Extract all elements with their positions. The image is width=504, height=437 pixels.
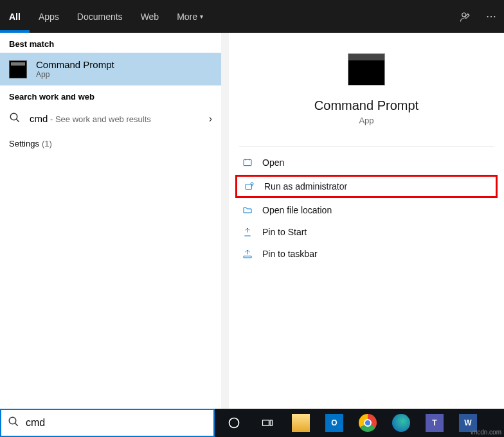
taskbar-teams[interactable]: T xyxy=(420,411,449,434)
tab-all[interactable]: All xyxy=(0,0,30,33)
separator xyxy=(239,146,494,147)
svg-rect-9 xyxy=(263,420,269,425)
svg-point-6 xyxy=(9,417,16,424)
tab-documents[interactable]: Documents xyxy=(68,0,132,33)
taskbar-chrome[interactable] xyxy=(354,411,382,434)
result-command-prompt[interactable]: Command Prompt App xyxy=(0,53,221,85)
preview-pane: Command Prompt App Open Run as administr… xyxy=(229,33,504,409)
pane-divider xyxy=(221,33,229,409)
preview-subtitle: App xyxy=(359,116,374,125)
cmd-icon xyxy=(9,60,27,78)
svg-point-1 xyxy=(10,113,17,120)
search-box[interactable] xyxy=(0,409,215,437)
watermark: vncdn.com xyxy=(471,429,501,436)
pin-taskbar-icon xyxy=(242,248,253,260)
svg-rect-3 xyxy=(244,159,251,165)
settings-category[interactable]: Settings (1) xyxy=(0,132,221,155)
search-tabbar: All Apps Documents Web More▾ ⋯ xyxy=(0,0,504,33)
web-result-cmd[interactable]: cmd - See work and web results › xyxy=(0,105,221,132)
web-query-desc: - See work and web results xyxy=(48,114,150,124)
folder-icon xyxy=(242,204,253,216)
web-query-text: cmd xyxy=(30,113,48,124)
feedback-icon[interactable] xyxy=(453,11,478,22)
search-icon xyxy=(9,112,21,126)
action-pin-to-taskbar[interactable]: Pin to taskbar xyxy=(229,243,504,265)
search-body: Best match Command Prompt App Search wor… xyxy=(0,33,504,409)
svg-line-7 xyxy=(15,423,18,426)
pin-start-icon xyxy=(242,226,253,238)
taskbar-file-explorer[interactable] xyxy=(287,411,315,434)
svg-point-5 xyxy=(251,183,253,185)
search-icon xyxy=(8,416,19,430)
taskbar-outlook[interactable]: O xyxy=(320,411,348,434)
search-input[interactable] xyxy=(26,417,207,429)
chevron-right-icon: › xyxy=(209,113,212,125)
taskbar: O T W xyxy=(215,409,504,437)
admin-icon xyxy=(244,181,255,192)
action-open-file-location[interactable]: Open file location xyxy=(229,199,504,221)
result-subtitle: App xyxy=(36,70,114,79)
cortana-button[interactable] xyxy=(220,411,248,434)
svg-point-8 xyxy=(230,418,239,428)
tab-more[interactable]: More▾ xyxy=(168,0,212,33)
action-pin-to-start[interactable]: Pin to Start xyxy=(229,221,504,243)
preview-title: Command Prompt xyxy=(314,98,419,113)
tab-apps[interactable]: Apps xyxy=(30,0,68,33)
more-options-icon[interactable]: ⋯ xyxy=(478,10,504,22)
best-match-header: Best match xyxy=(0,33,221,53)
results-pane: Best match Command Prompt App Search wor… xyxy=(0,33,221,409)
action-open[interactable]: Open xyxy=(229,152,504,174)
taskbar-edge[interactable] xyxy=(387,411,415,434)
action-run-as-administrator[interactable]: Run as administrator xyxy=(235,175,498,198)
chevron-down-icon: ▾ xyxy=(200,13,203,20)
svg-rect-4 xyxy=(246,184,251,190)
tab-web[interactable]: Web xyxy=(132,0,168,33)
open-icon xyxy=(242,157,253,168)
preview-cmd-icon xyxy=(348,53,385,85)
result-title: Command Prompt xyxy=(36,59,114,70)
svg-line-2 xyxy=(16,119,19,122)
search-web-header: Search work and web xyxy=(0,85,221,105)
task-view-button[interactable] xyxy=(253,411,282,434)
svg-rect-10 xyxy=(270,420,272,425)
